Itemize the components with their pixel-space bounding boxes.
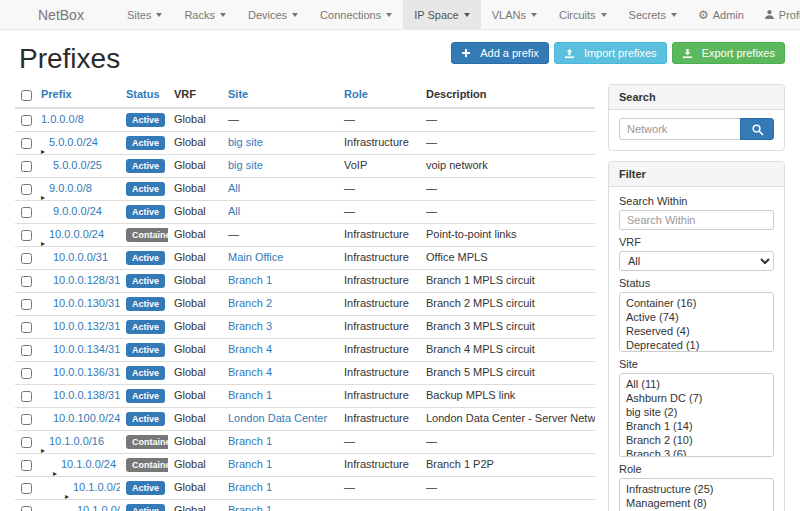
prefix-link[interactable]: 10.1.0.0/25 (73, 481, 120, 493)
row-checkbox[interactable] (21, 184, 32, 195)
description-cell: Branch 1 MPLS circuit (420, 269, 595, 292)
filter-option[interactable]: Branch 3 (6) (620, 447, 773, 457)
row-checkbox[interactable] (21, 322, 32, 333)
prefix-cell: ▸9.0.0.0/8 (35, 177, 120, 200)
app-brand[interactable]: NetBox (13, 0, 98, 29)
table-row: ▸10.1.0.0/24ContainerGlobalBranch 1Infra… (15, 453, 595, 476)
prefix-link[interactable]: 10.1.0.0/16 (49, 435, 104, 447)
row-checkbox[interactable] (21, 483, 32, 494)
site-link[interactable]: Branch 3 (228, 320, 272, 332)
filter-option[interactable]: Branch 1 (14) (620, 419, 773, 433)
filter-option[interactable]: Active (74) (620, 310, 773, 324)
prefix-link[interactable]: 10.0.0.130/31 (53, 297, 120, 309)
prefix-link[interactable]: 10.0.0.134/31 (53, 343, 120, 355)
row-checkbox[interactable] (21, 230, 32, 241)
nav-item-connections[interactable]: Connections (309, 0, 403, 29)
prefix-link[interactable]: 10.1.0.0/26 (77, 504, 120, 511)
site-link[interactable]: Branch 1 (228, 274, 272, 286)
row-checkbox[interactable] (21, 276, 32, 287)
filter-option[interactable]: Deprecated (1) (620, 338, 773, 352)
site-link[interactable]: Main Office (228, 251, 283, 263)
site-link[interactable]: big site (228, 136, 263, 148)
import-prefixes-button[interactable]: Import prefixes (554, 42, 667, 64)
column-sort-link[interactable]: Role (344, 88, 368, 100)
prefix-link[interactable]: 5.0.0.0/24 (49, 136, 98, 148)
site-link[interactable]: Branch 1 (228, 389, 272, 401)
row-checkbox[interactable] (21, 299, 32, 310)
prefix-link[interactable]: 10.0.0.138/31 (53, 389, 120, 401)
page-actions: Add a prefixImport prefixesExport prefix… (451, 42, 785, 64)
row-checkbox[interactable] (21, 506, 32, 511)
status-badge: Active (126, 274, 165, 288)
row-checkbox[interactable] (21, 414, 32, 425)
prefix-link[interactable]: 10.0.0.128/31 (53, 274, 120, 286)
site-link[interactable]: All (228, 182, 240, 194)
nav-item-racks[interactable]: Racks (173, 0, 237, 29)
nav-item-vlans[interactable]: VLANs (481, 0, 548, 29)
description-cell: Branch 4 MPLS circuit (420, 338, 595, 361)
site-link[interactable]: Branch 4 (228, 343, 272, 355)
add-a-prefix-button[interactable]: Add a prefix (451, 42, 549, 64)
site-filter-list[interactable]: All (11)Ashburn DC (7)big site (2)Branch… (619, 373, 774, 457)
row-checkbox[interactable] (21, 207, 32, 218)
filter-option[interactable]: All (11) (620, 377, 773, 391)
prefix-link[interactable]: 10.1.0.0/24 (61, 458, 116, 470)
filter-option[interactable]: Infrastructure (25) (620, 482, 773, 496)
site-link[interactable]: Branch 4 (228, 366, 272, 378)
search-button[interactable] (740, 118, 774, 140)
row-checkbox[interactable] (21, 138, 32, 149)
prefix-link[interactable]: 9.0.0.0/8 (49, 182, 92, 194)
search-input[interactable] (619, 118, 741, 140)
status-filter-list[interactable]: Container (16)Active (74)Reserved (4)Dep… (619, 292, 774, 352)
prefix-link[interactable]: 9.0.0.0/24 (53, 205, 102, 217)
row-checkbox[interactable] (21, 391, 32, 402)
prefix-link[interactable]: 10.0.0.132/31 (53, 320, 120, 332)
site-link[interactable]: Branch 2 (228, 297, 272, 309)
prefix-link[interactable]: 10.0.0.136/31 (53, 366, 120, 378)
status-badge: Active (126, 320, 165, 334)
site-link[interactable]: Branch 1 (228, 504, 272, 511)
nav-item-devices[interactable]: Devices (237, 0, 309, 29)
row-checkbox[interactable] (21, 437, 32, 448)
nav-item-circuits[interactable]: Circuits (548, 0, 618, 29)
prefix-link[interactable]: 10.0.0.0/31 (53, 251, 108, 263)
row-checkbox[interactable] (21, 345, 32, 356)
row-checkbox[interactable] (21, 460, 32, 471)
site-link[interactable]: Branch 1 (228, 481, 272, 493)
nav-item-ip-space[interactable]: IP Space (403, 0, 480, 29)
column-sort-link[interactable]: Prefix (41, 88, 72, 100)
role-cell: Infrastructure (338, 292, 420, 315)
nav-item-admin[interactable]: ⚙Admin (688, 0, 754, 29)
role-filter-list[interactable]: Infrastructure (25)Management (8)Private… (619, 478, 774, 511)
nav-item-profile[interactable]: Profile (754, 0, 800, 29)
prefix-link[interactable]: 10.0.0.0/24 (49, 228, 104, 240)
column-sort-link[interactable]: Site (228, 88, 248, 100)
prefix-link[interactable]: 10.0.100.0/24 (53, 412, 120, 424)
site-link[interactable]: big site (228, 159, 263, 171)
site-link[interactable]: Branch 1 (228, 435, 272, 447)
filter-option[interactable]: Management (8) (620, 496, 773, 510)
search-within-input[interactable] (619, 210, 774, 230)
vrf-select[interactable]: All (619, 251, 774, 271)
row-checkbox[interactable] (21, 253, 32, 264)
column-sort-link[interactable]: Status (126, 88, 160, 100)
row-checkbox[interactable] (21, 115, 32, 126)
filter-option[interactable]: Container (16) (620, 296, 773, 310)
row-checkbox[interactable] (21, 368, 32, 379)
select-all-checkbox[interactable] (21, 90, 32, 101)
nav-item-secrets[interactable]: Secrets (618, 0, 688, 29)
prefix-cell: ▸5.0.0.0/24 (35, 131, 120, 154)
export-prefixes-button[interactable]: Export prefixes (672, 42, 785, 64)
nav-item-label: Profile (779, 9, 800, 21)
filter-option[interactable]: big site (2) (620, 405, 773, 419)
prefix-link[interactable]: 5.0.0.0/25 (53, 159, 102, 171)
filter-option[interactable]: Ashburn DC (7) (620, 391, 773, 405)
nav-item-sites[interactable]: Sites (116, 0, 173, 29)
filter-option[interactable]: Reserved (4) (620, 324, 773, 338)
site-link[interactable]: London Data Center (228, 412, 327, 424)
row-checkbox[interactable] (21, 161, 32, 172)
filter-option[interactable]: Branch 2 (10) (620, 433, 773, 447)
site-link[interactable]: Branch 1 (228, 458, 272, 470)
prefix-link[interactable]: 1.0.0.0/8 (41, 113, 84, 125)
site-link[interactable]: All (228, 205, 240, 217)
